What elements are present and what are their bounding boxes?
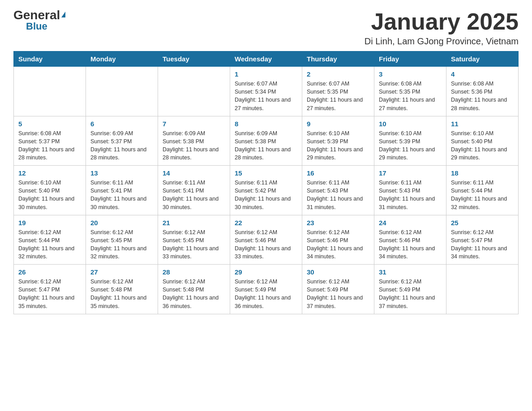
day-info: Sunrise: 6:11 AM Sunset: 5:42 PM Dayligh… [235, 179, 297, 211]
calendar-cell: 5Sunrise: 6:08 AM Sunset: 5:37 PM Daylig… [14, 116, 86, 166]
day-number: 17 [379, 169, 442, 177]
calendar-cell: 22Sunrise: 6:12 AM Sunset: 5:46 PM Dayli… [230, 215, 302, 265]
calendar-cell: 4Sunrise: 6:08 AM Sunset: 5:36 PM Daylig… [446, 67, 519, 116]
day-info: Sunrise: 6:12 AM Sunset: 5:47 PM Dayligh… [451, 228, 514, 261]
day-info: Sunrise: 6:07 AM Sunset: 5:35 PM Dayligh… [307, 80, 369, 112]
day-number: 25 [451, 219, 514, 227]
calendar-cell: 13Sunrise: 6:11 AM Sunset: 5:41 PM Dayli… [86, 166, 158, 215]
day-info: Sunrise: 6:10 AM Sunset: 5:40 PM Dayligh… [451, 129, 514, 162]
calendar-cell: 23Sunrise: 6:12 AM Sunset: 5:46 PM Dayli… [302, 215, 374, 265]
calendar-cell: 29Sunrise: 6:12 AM Sunset: 5:49 PM Dayli… [230, 265, 302, 314]
calendar-cell: 16Sunrise: 6:11 AM Sunset: 5:43 PM Dayli… [302, 166, 374, 215]
day-info: Sunrise: 6:12 AM Sunset: 5:48 PM Dayligh… [90, 278, 153, 310]
calendar-cell: 31Sunrise: 6:12 AM Sunset: 5:49 PM Dayli… [374, 265, 446, 314]
calendar-cell: 7Sunrise: 6:09 AM Sunset: 5:38 PM Daylig… [158, 116, 230, 166]
calendar-cell: 28Sunrise: 6:12 AM Sunset: 5:48 PM Dayli… [158, 265, 230, 314]
day-info: Sunrise: 6:11 AM Sunset: 5:41 PM Dayligh… [90, 179, 153, 211]
calendar-cell [158, 67, 230, 116]
day-number: 3 [379, 70, 442, 78]
day-number: 4 [451, 70, 514, 78]
logo-blue-text: Blue [26, 21, 47, 31]
day-number: 15 [235, 169, 297, 177]
logo-general-text: General [13, 9, 60, 21]
logo: General Blue [13, 9, 65, 31]
day-number: 13 [90, 169, 153, 177]
calendar-cell: 21Sunrise: 6:12 AM Sunset: 5:45 PM Dayli… [158, 215, 230, 265]
day-number: 5 [18, 120, 81, 128]
day-info: Sunrise: 6:08 AM Sunset: 5:36 PM Dayligh… [451, 80, 514, 112]
day-number: 14 [163, 169, 225, 177]
day-info: Sunrise: 6:10 AM Sunset: 5:39 PM Dayligh… [307, 129, 369, 162]
calendar-cell: 19Sunrise: 6:12 AM Sunset: 5:44 PM Dayli… [14, 215, 86, 265]
calendar-cell [446, 265, 519, 314]
day-number: 16 [307, 169, 369, 177]
calendar-header-sunday: Sunday [14, 51, 86, 67]
calendar-cell: 11Sunrise: 6:10 AM Sunset: 5:40 PM Dayli… [446, 116, 519, 166]
day-info: Sunrise: 6:12 AM Sunset: 5:47 PM Dayligh… [18, 278, 81, 310]
calendar-cell: 10Sunrise: 6:10 AM Sunset: 5:39 PM Dayli… [374, 116, 446, 166]
calendar-cell: 17Sunrise: 6:11 AM Sunset: 5:43 PM Dayli… [374, 166, 446, 215]
calendar-cell: 1Sunrise: 6:07 AM Sunset: 5:34 PM Daylig… [230, 67, 302, 116]
calendar-week-1: 1Sunrise: 6:07 AM Sunset: 5:34 PM Daylig… [14, 67, 519, 116]
calendar-cell: 3Sunrise: 6:08 AM Sunset: 5:35 PM Daylig… [374, 67, 446, 116]
day-number: 20 [90, 219, 153, 227]
day-info: Sunrise: 6:08 AM Sunset: 5:37 PM Dayligh… [18, 129, 81, 162]
day-number: 26 [18, 268, 81, 276]
calendar-cell [86, 67, 158, 116]
main-title: January 2025 [365, 9, 519, 34]
calendar-header-monday: Monday [86, 51, 158, 67]
day-info: Sunrise: 6:11 AM Sunset: 5:43 PM Dayligh… [307, 179, 369, 211]
day-number: 24 [379, 219, 442, 227]
calendar-week-5: 26Sunrise: 6:12 AM Sunset: 5:47 PM Dayli… [14, 265, 519, 314]
calendar-week-4: 19Sunrise: 6:12 AM Sunset: 5:44 PM Dayli… [14, 215, 519, 265]
calendar-cell [14, 67, 86, 116]
calendar-header-thursday: Thursday [302, 51, 374, 67]
calendar-cell: 25Sunrise: 6:12 AM Sunset: 5:47 PM Dayli… [446, 215, 519, 265]
day-info: Sunrise: 6:12 AM Sunset: 5:45 PM Dayligh… [163, 228, 225, 261]
day-info: Sunrise: 6:10 AM Sunset: 5:39 PM Dayligh… [379, 129, 442, 162]
calendar-cell: 6Sunrise: 6:09 AM Sunset: 5:37 PM Daylig… [86, 116, 158, 166]
day-info: Sunrise: 6:12 AM Sunset: 5:44 PM Dayligh… [18, 228, 81, 261]
subtitle: Di Linh, Lam GJong Province, Vietnam [365, 36, 519, 47]
day-number: 28 [163, 268, 225, 276]
day-info: Sunrise: 6:11 AM Sunset: 5:43 PM Dayligh… [379, 179, 442, 211]
calendar-cell: 9Sunrise: 6:10 AM Sunset: 5:39 PM Daylig… [302, 116, 374, 166]
day-number: 10 [379, 120, 442, 128]
day-info: Sunrise: 6:07 AM Sunset: 5:34 PM Dayligh… [235, 80, 297, 112]
calendar-cell: 18Sunrise: 6:11 AM Sunset: 5:44 PM Dayli… [446, 166, 519, 215]
logo-triangle-icon [61, 12, 65, 17]
calendar-header-wednesday: Wednesday [230, 51, 302, 67]
day-info: Sunrise: 6:09 AM Sunset: 5:37 PM Dayligh… [90, 129, 153, 162]
calendar-week-3: 12Sunrise: 6:10 AM Sunset: 5:40 PM Dayli… [14, 166, 519, 215]
day-info: Sunrise: 6:12 AM Sunset: 5:46 PM Dayligh… [307, 228, 369, 261]
day-info: Sunrise: 6:12 AM Sunset: 5:48 PM Dayligh… [163, 278, 225, 310]
day-number: 2 [307, 70, 369, 78]
day-info: Sunrise: 6:12 AM Sunset: 5:49 PM Dayligh… [235, 278, 297, 310]
day-number: 31 [379, 268, 442, 276]
calendar-cell: 2Sunrise: 6:07 AM Sunset: 5:35 PM Daylig… [302, 67, 374, 116]
day-info: Sunrise: 6:11 AM Sunset: 5:41 PM Dayligh… [163, 179, 225, 211]
day-info: Sunrise: 6:10 AM Sunset: 5:40 PM Dayligh… [18, 179, 81, 211]
calendar-cell: 24Sunrise: 6:12 AM Sunset: 5:46 PM Dayli… [374, 215, 446, 265]
calendar-cell: 14Sunrise: 6:11 AM Sunset: 5:41 PM Dayli… [158, 166, 230, 215]
day-info: Sunrise: 6:08 AM Sunset: 5:35 PM Dayligh… [379, 80, 442, 112]
calendar-header-row: SundayMondayTuesdayWednesdayThursdayFrid… [14, 51, 519, 67]
calendar-header-friday: Friday [374, 51, 446, 67]
day-number: 19 [18, 219, 81, 227]
day-number: 18 [451, 169, 514, 177]
day-number: 23 [307, 219, 369, 227]
day-number: 27 [90, 268, 153, 276]
day-info: Sunrise: 6:12 AM Sunset: 5:45 PM Dayligh… [90, 228, 153, 261]
day-info: Sunrise: 6:09 AM Sunset: 5:38 PM Dayligh… [235, 129, 297, 162]
calendar-cell: 26Sunrise: 6:12 AM Sunset: 5:47 PM Dayli… [14, 265, 86, 314]
day-number: 1 [235, 70, 297, 78]
day-number: 7 [163, 120, 225, 128]
day-number: 6 [90, 120, 153, 128]
day-number: 29 [235, 268, 297, 276]
day-number: 30 [307, 268, 369, 276]
calendar-header-tuesday: Tuesday [158, 51, 230, 67]
calendar-week-2: 5Sunrise: 6:08 AM Sunset: 5:37 PM Daylig… [14, 116, 519, 166]
page-header: General Blue January 2025 Di Linh, Lam G… [13, 9, 519, 47]
day-info: Sunrise: 6:12 AM Sunset: 5:49 PM Dayligh… [379, 278, 442, 310]
day-number: 12 [18, 169, 81, 177]
